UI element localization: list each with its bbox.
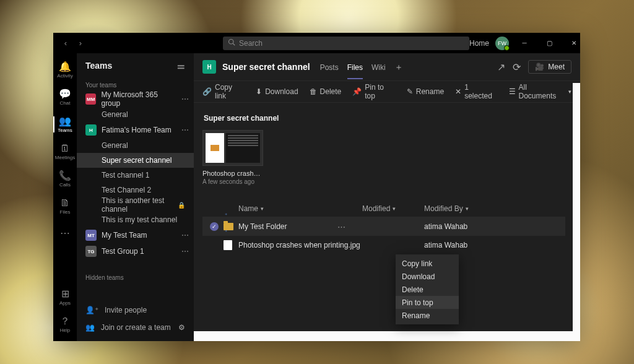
rename-button[interactable]: ✎Rename [407,87,444,96]
video-icon: 🎥 [535,63,544,71]
window-body: 🔔Activity 💬Chat 👥Teams 🗓Meetings 📞Calls … [53,53,580,341]
chevron-down-icon: ▾ [393,206,396,212]
channel-test-2[interactable]: Test Channel 2 [77,183,194,197]
team-more-icon[interactable]: ⋯ [181,247,189,256]
rename-icon: ✎ [407,87,413,96]
channel-my-test[interactable]: This is my test channel [77,212,194,227]
tab-posts[interactable]: Posts [320,54,339,79]
tab-add-button[interactable]: ＋ [394,53,403,80]
bell-icon: 🔔 [59,62,71,72]
teams-window: ‹ › Search Home FW ─ ▢ ✕ 🔔Activity 💬Chat… [53,33,580,341]
download-button[interactable]: ⬇Download [256,87,298,96]
rail-teams[interactable]: 👥Teams [53,111,77,137]
refresh-icon[interactable]: ⟳ [513,61,521,73]
channel-test-1[interactable]: Test channel 1 [77,168,194,183]
col-modified-by-header[interactable]: Modified By▾ [424,204,498,213]
files-content: Super secret channel Photoshop crashes w… [194,103,580,341]
invite-people-button[interactable]: 👤⁺ Invite people [77,301,194,319]
file-name: My Test Folder [238,222,287,231]
close-button[interactable]: ✕ [565,33,583,53]
cm-download[interactable]: Download [396,270,459,283]
rail-calls[interactable]: 📞Calls [53,166,77,192]
cm-delete[interactable]: Delete [396,283,459,296]
channel-super-secret[interactable]: Super secret channel [77,153,194,168]
file-table-header: Name▾ Modified▾ Modified By▾ [202,200,565,217]
cm-rename[interactable]: Rename [396,309,459,322]
chat-icon: 💬 [59,89,71,99]
modified-by: atima Wahab [424,241,467,249]
minimize-button[interactable]: ─ [515,33,534,53]
channel-general-1[interactable]: General [77,138,194,153]
search-input[interactable]: Search [223,37,469,50]
rail-help[interactable]: ？Help [53,311,77,337]
row-more-button[interactable]: ⋯ [337,222,345,232]
team-fatima-home[interactable]: H Fatima's Home Team ⋯ [77,122,194,138]
home-link[interactable]: Home [469,39,489,48]
pinned-item-name: Photoshop crashes wh... [202,170,263,177]
avatar[interactable]: FW [495,37,509,50]
app-rail: 🔔Activity 💬Chat 👥Teams 🗓Meetings 📞Calls … [53,53,77,341]
copy-link-button[interactable]: 🔗Copy link [202,83,245,100]
selected-check-icon[interactable]: ✓ [210,222,219,231]
channel-another-test[interactable]: This is another test channel🔒 [77,197,194,212]
team-my-test-team[interactable]: MT My Test Team ⋯ [77,227,194,243]
person-add-icon: 👤⁺ [85,306,98,314]
hidden-teams-label: Hidden teams [77,271,194,284]
expand-icon[interactable]: ↗ [497,61,505,73]
file-icon [224,240,232,250]
apps-icon: ⊞ [61,289,69,299]
col-name-header[interactable]: Name▾ [238,204,362,213]
team-more-icon[interactable]: ⋯ [181,231,189,240]
maximize-button[interactable]: ▢ [540,33,558,53]
teams-list-pane: Teams ⚌ Your teams MM My Microsoft 365 g… [77,53,194,341]
calendar-icon: 🗓 [60,144,70,154]
rail-meetings[interactable]: 🗓Meetings [53,139,77,165]
table-row[interactable]: ✓ My Test Folder ⋯ atima Wahab [202,217,565,236]
channel-title: Super secret channel [222,62,310,72]
trash-icon: 🗑 [310,87,317,96]
nav-back-button[interactable]: ‹ [59,37,72,50]
channel-general-0[interactable]: General [77,107,194,122]
pinned-thumbnail [202,130,263,166]
meet-button[interactable]: 🎥 Meet [528,60,571,74]
team-badge: TG [85,246,97,257]
join-create-team-button[interactable]: 👥 Join or create a team ⚙ [77,319,194,336]
lock-icon: 🔒 [178,202,185,209]
nav-forward-button[interactable]: › [74,37,87,50]
tab-files[interactable]: Files [347,54,363,79]
pin-to-top-button[interactable]: 📌Pin to top [352,83,396,100]
teams-title: Teams [85,61,112,71]
tab-wiki[interactable]: Wiki [371,54,386,79]
cm-copy-link[interactable]: Copy link [396,257,459,270]
delete-button[interactable]: 🗑Delete [310,87,342,96]
rail-chat[interactable]: 💬Chat [53,84,77,110]
col-modified-header[interactable]: Modified▾ [362,204,424,213]
rail-activity[interactable]: 🔔Activity [53,57,77,83]
team-my-microsoft-365[interactable]: MM My Microsoft 365 group ⋯ [77,91,194,107]
channel-header: H Super secret channel Posts Files Wiki … [194,53,580,81]
svg-point-0 [229,40,234,45]
teams-list-header: Teams ⚌ [77,53,194,78]
files-toolbar: 🔗Copy link ⬇Download 🗑Delete 📌Pin to top… [194,81,580,103]
clear-selection-button[interactable]: ✕1 selected [455,83,497,100]
all-documents-dropdown[interactable]: ☰All Documents▾ [509,83,571,100]
team-test-group-1[interactable]: TG Test Group 1 ⋯ [77,243,194,259]
rail-more[interactable]: ⋯ [53,220,77,246]
team-name: Fatima's Home Team [102,126,172,134]
files-icon: 🗎 [60,198,70,208]
context-menu: Copy link Download Delete Pin to top Ren… [396,254,459,324]
cm-pin-to-top[interactable]: Pin to top [396,296,459,309]
search-icon [228,38,235,48]
rail-apps[interactable]: ⊞Apps [53,284,77,310]
main-content: H Super secret channel Posts Files Wiki … [194,53,580,341]
gear-icon[interactable]: ⚙ [178,323,185,332]
table-row[interactable]: Photoshop crashes when printing.jpg atim… [202,236,565,254]
pinned-section-title: Super secret channel [204,114,565,123]
rail-files[interactable]: 🗎Files [53,193,77,219]
team-more-icon[interactable]: ⋯ [181,95,189,103]
filter-icon[interactable]: ⚌ [177,61,185,71]
team-more-icon[interactable]: ⋯ [181,126,189,134]
pinned-item[interactable]: Photoshop crashes wh... A few seconds ag… [202,130,263,185]
svg-line-1 [233,43,235,45]
chevron-down-icon: ▾ [568,89,571,95]
